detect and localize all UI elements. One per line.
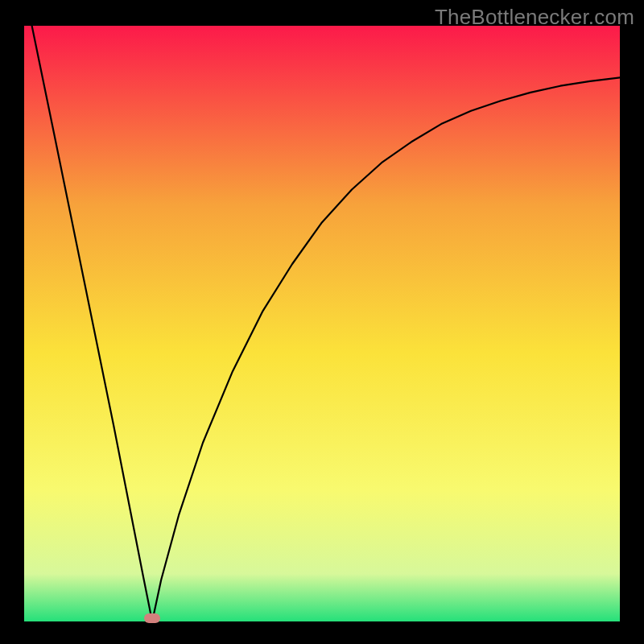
chart-container: TheBottlenecker.com: [0, 0, 644, 644]
gradient-background: [24, 26, 620, 621]
plot-frame: [24, 26, 620, 621]
minimum-marker: [144, 613, 160, 623]
watermark-text: TheBottlenecker.com: [435, 5, 634, 30]
plot-svg: [24, 26, 620, 621]
